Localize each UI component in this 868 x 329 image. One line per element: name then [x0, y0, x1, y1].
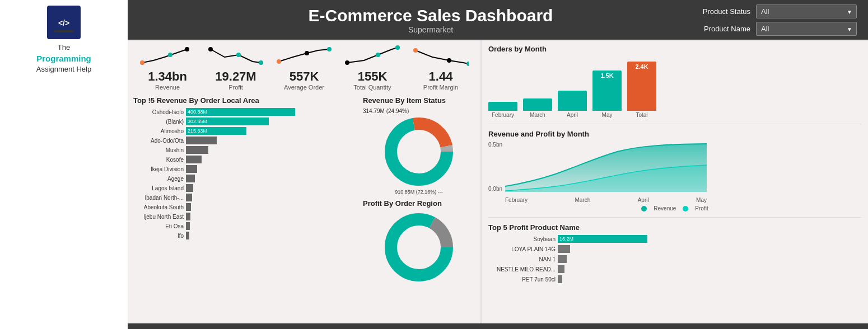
margin-label: Profit Margin	[423, 84, 458, 91]
svg-point-9	[277, 59, 281, 64]
filter-name-wrapper[interactable]: All	[756, 22, 857, 36]
rev-profit-title: Revenue and Profit by Month	[488, 130, 861, 138]
orders-bar-april: April	[558, 91, 587, 118]
kpi-avg-order: 557K Average Order	[270, 45, 338, 91]
dashboard-subtitle: Supermarket	[408, 25, 453, 34]
svg-point-8	[259, 60, 263, 65]
right-panel: Orders by Month February March April	[480, 40, 868, 323]
kpi-profit: 19.27M Profit	[202, 45, 269, 91]
svg-point-21	[398, 130, 440, 173]
charts-row: Top !5 Revenue By Order Local Area Oshod…	[133, 96, 475, 309]
avg-order-sparkline	[276, 45, 332, 67]
table-row: NAN 1	[488, 255, 861, 263]
dashboard: E-Commerce Sales Dashboard Supermarket P…	[128, 0, 868, 329]
donut-section: Revenue By Item Status 314.79M (24.94%) …	[363, 96, 475, 309]
table-row: PET 7un 50cl	[488, 275, 861, 283]
svg-point-14	[395, 45, 400, 50]
kpi-margin: 1.44 Profit Margin	[407, 45, 474, 91]
kpi-row: 1.34bn Revenue 19.27M Profit	[133, 45, 475, 91]
table-row: Mushin	[133, 146, 357, 154]
svg-text:</>: </>	[58, 18, 69, 27]
table-row: Soybean 16.2M	[488, 235, 861, 243]
divider2	[488, 217, 861, 218]
revenue-item-title: Revenue By Item Status	[363, 96, 475, 105]
table-row: Agege	[133, 175, 357, 182]
title-group: E-Commerce Sales Dashboard Supermarket	[309, 6, 553, 34]
table-row: Abeokuta South	[133, 203, 357, 211]
svg-rect-2	[54, 30, 74, 32]
table-row: Alimosho 215.63M	[133, 127, 357, 135]
avg-order-label: Average Order	[284, 84, 324, 91]
rev-profit-section: Revenue and Profit by Month 0.5bn 0.0bn	[488, 130, 861, 212]
header: E-Commerce Sales Dashboard Supermarket P…	[128, 0, 868, 40]
table-row: Ikeja Division	[133, 165, 357, 173]
table-row: NESTLE MILO READ...	[488, 265, 861, 273]
filter-name-label: Product Name	[689, 25, 750, 33]
table-row: Ado-Odo/Ota	[133, 137, 357, 144]
top5-revenue-title: Top !5 Revenue By Order Local Area	[133, 96, 357, 105]
filter-status-wrapper[interactable]: All	[756, 4, 857, 18]
table-row: Kosofe	[133, 156, 357, 163]
revenue-donut	[382, 115, 455, 188]
profit-region-donut	[382, 211, 455, 284]
svg-point-4	[185, 47, 189, 51]
table-row: Eti Osa	[133, 222, 357, 230]
profit-legend-label: Profit	[695, 205, 708, 212]
content-area: 1.34bn Revenue 19.27M Profit	[128, 40, 868, 323]
svg-point-10	[305, 51, 309, 55]
margin-sparkline	[413, 45, 469, 67]
top5-revenue-bars: Oshodi-Isolo 400.88M (Blank) 302.65M Ali…	[133, 108, 357, 239]
table-row: Ifo	[133, 232, 357, 239]
qty-sparkline	[344, 45, 400, 67]
filter-status-row: Product Status All	[689, 4, 857, 18]
revenue-legend-dot	[641, 206, 647, 212]
segment1-label: 314.79M (24.94%)	[363, 108, 475, 114]
kpi-total-qty: 155K Total Quantity	[339, 45, 406, 91]
orders-bar-total: 2.4K Total	[627, 62, 656, 118]
svg-point-5	[168, 53, 172, 57]
table-row: Oshodi-Isolo 400.88M	[133, 108, 357, 116]
qty-value: 155K	[358, 69, 388, 84]
svg-point-17	[466, 62, 469, 66]
orders-bar-may: 1.5K May	[592, 70, 622, 118]
svg-point-13	[376, 53, 380, 57]
orders-bar-march: March	[523, 98, 552, 118]
product-status-select[interactable]: All	[756, 4, 857, 18]
svg-point-16	[447, 58, 451, 63]
logo-panel: </> The Programming Assignment Help	[0, 0, 128, 329]
revenue-value: 1.34bn	[148, 69, 187, 84]
rev-profit-chart: 0.5bn 0.0bn	[488, 142, 861, 203]
profit-region-title: Profit By Order Region	[363, 199, 475, 208]
qty-label: Total Quantity	[353, 84, 391, 91]
segment2-label: 910.85M (72.16%) ---	[363, 189, 475, 195]
svg-point-6	[208, 47, 213, 51]
filter-status-label: Product Status	[689, 7, 750, 16]
orders-title: Orders by Month	[488, 45, 861, 53]
profit-legend-dot	[683, 206, 688, 212]
svg-point-15	[413, 48, 418, 53]
dashboard-title: E-Commerce Sales Dashboard	[309, 6, 553, 25]
left-panel: 1.34bn Revenue 19.27M Profit	[128, 40, 480, 323]
top5-profit-section: Top 5 Profit Product Name Soybean 16.2M …	[488, 223, 861, 283]
logo-text: The Programming Assignment Help	[36, 43, 91, 75]
table-row: Ijebu North East	[133, 213, 357, 220]
svg-point-12	[345, 60, 349, 65]
filter-name-row: Product Name All	[689, 22, 857, 36]
revenue-label: Revenue	[155, 84, 180, 91]
top5-revenue-section: Top !5 Revenue By Order Local Area Oshod…	[133, 96, 357, 309]
revenue-sparkline	[139, 45, 195, 67]
divider1	[488, 124, 861, 124]
logo-icon: </>	[47, 6, 81, 39]
profit-value: 19.27M	[215, 69, 256, 84]
product-name-select[interactable]: All	[756, 22, 857, 36]
table-row: Lagos Island	[133, 184, 357, 192]
table-row: (Blank) 302.65M	[133, 118, 357, 125]
revenue-legend-label: Revenue	[654, 205, 676, 212]
kpi-revenue: 1.34bn Revenue	[134, 45, 201, 91]
table-row: Ibadan North-...	[133, 194, 357, 201]
top5-profit-title: Top 5 Profit Product Name	[488, 223, 861, 232]
profit-sparkline	[208, 45, 264, 67]
rev-profit-legend: Revenue Profit	[488, 205, 861, 212]
profit-label: Profit	[228, 84, 243, 91]
filters-panel: Product Status All Product Name All	[689, 4, 857, 36]
